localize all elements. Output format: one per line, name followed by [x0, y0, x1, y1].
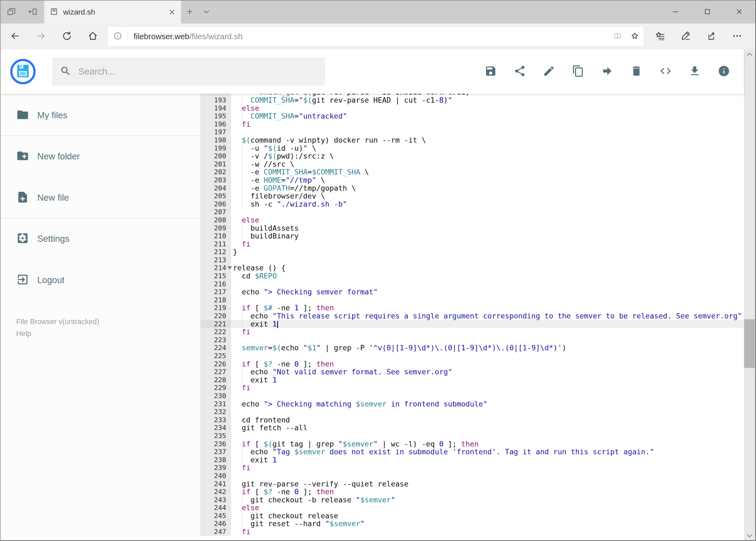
- code-editor[interactable]: which_git=$(git rev-parse --is-inside-wo…: [200, 94, 744, 541]
- code-line-201[interactable]: 201 -w //src \: [200, 160, 744, 168]
- code-line-content[interactable]: else: [231, 504, 744, 512]
- code-line-247[interactable]: 247 fi: [200, 528, 744, 536]
- code-line-content[interactable]: cd $REPO: [231, 272, 744, 280]
- code-line-content[interactable]: fi: [231, 328, 744, 336]
- line-number[interactable]: 243: [200, 496, 231, 504]
- code-line-195[interactable]: 195 COMMIT_SHA="untracked": [200, 112, 744, 120]
- line-number[interactable]: 196: [200, 120, 231, 128]
- line-number[interactable]: 246: [200, 520, 231, 528]
- line-number[interactable]: 237: [200, 448, 231, 456]
- code-line-content[interactable]: [231, 296, 744, 304]
- source-view-button[interactable]: [651, 57, 680, 86]
- code-line-220[interactable]: 220 echo "This release script requires a…: [200, 312, 744, 320]
- sidebar-item-settings[interactable]: Settings: [1, 229, 200, 249]
- line-number[interactable]: [200, 94, 231, 96]
- line-number[interactable]: 214: [200, 264, 231, 272]
- code-line-content[interactable]: exit 1: [231, 320, 744, 328]
- code-line-content[interactable]: fi: [231, 384, 744, 392]
- code-line-205[interactable]: 205 filebrowser/dev \: [200, 192, 744, 200]
- search-input[interactable]: [78, 66, 317, 77]
- code-line-content[interactable]: else: [231, 104, 744, 112]
- code-line-214[interactable]: 214release () {: [200, 264, 744, 272]
- sidebar-item-my-files[interactable]: My files: [1, 105, 200, 126]
- code-line-content[interactable]: echo "This release script requires a sin…: [231, 312, 744, 320]
- code-line-212[interactable]: 212}: [200, 248, 744, 256]
- code-line-236[interactable]: 236 if [ $(git tag | grep "$semver" | wc…: [200, 440, 744, 448]
- tab-close-button[interactable]: [168, 8, 176, 16]
- code-line-content[interactable]: if [ $(git tag | grep "$semver" | wc -l)…: [231, 440, 744, 448]
- code-line-240[interactable]: 240: [200, 472, 744, 480]
- line-number[interactable]: 240: [200, 472, 231, 480]
- line-number[interactable]: 219: [200, 304, 231, 312]
- code-line-content[interactable]: [231, 432, 744, 440]
- code-line-content[interactable]: [231, 392, 744, 400]
- code-line-198[interactable]: 198 $(command -v winpty) docker run --rm…: [200, 136, 744, 144]
- code-line-content[interactable]: release () {: [231, 264, 744, 272]
- line-number[interactable]: 207: [200, 208, 231, 216]
- code-line-content[interactable]: fi: [231, 120, 744, 128]
- line-number[interactable]: 238: [200, 456, 231, 464]
- line-number[interactable]: 197: [200, 128, 231, 136]
- line-number[interactable]: 225: [200, 352, 231, 360]
- window-maximize-button[interactable]: [691, 1, 723, 24]
- code-line-content[interactable]: git checkout release: [231, 512, 744, 520]
- code-line-content[interactable]: [231, 472, 744, 480]
- move-button[interactable]: [593, 57, 622, 86]
- code-line-content[interactable]: git rev-parse --verify --quiet release: [231, 480, 744, 488]
- share-page-button[interactable]: [698, 24, 724, 49]
- info-button[interactable]: [709, 57, 738, 86]
- help-link[interactable]: Help: [16, 327, 31, 339]
- code-line-237[interactable]: 237 echo "Tag $semver does not exist in …: [200, 448, 744, 456]
- code-line-227[interactable]: 227 echo "Not valid semver format. See s…: [200, 368, 744, 376]
- search-bar[interactable]: [52, 58, 325, 86]
- line-number[interactable]: 247: [200, 528, 231, 536]
- code-line-219[interactable]: 219 if [ $# -ne 1 ]; then: [200, 304, 744, 312]
- line-number[interactable]: 245: [200, 512, 231, 520]
- line-number[interactable]: 206: [200, 200, 231, 208]
- code-line-206[interactable]: 206 sh -c "./wizard.sh -b": [200, 200, 744, 208]
- download-button[interactable]: [680, 57, 709, 86]
- line-number[interactable]: 244: [200, 504, 231, 512]
- tab-preview-button[interactable]: [1, 1, 22, 24]
- code-line-content[interactable]: -e HOME="//tmp" \: [231, 176, 744, 184]
- back-button[interactable]: [2, 24, 28, 49]
- code-line-207[interactable]: 207: [200, 208, 744, 216]
- line-number[interactable]: 212: [200, 248, 231, 256]
- code-line-content[interactable]: fi: [231, 528, 744, 536]
- line-number[interactable]: 213: [200, 256, 231, 264]
- code-line-232[interactable]: 232: [200, 408, 744, 416]
- code-line-content[interactable]: [231, 208, 744, 216]
- code-line-241[interactable]: 241 git rev-parse --verify --quiet relea…: [200, 480, 744, 488]
- code-line-content[interactable]: echo "Not valid semver format. See semve…: [231, 368, 744, 376]
- line-number[interactable]: 199: [200, 144, 231, 152]
- code-line-223[interactable]: 223: [200, 336, 744, 344]
- code-line-230[interactable]: 230: [200, 392, 744, 400]
- code-line-245[interactable]: 245 git checkout release: [200, 512, 744, 520]
- line-number[interactable]: 218: [200, 296, 231, 304]
- line-number[interactable]: 204: [200, 184, 231, 192]
- code-line-content[interactable]: COMMIT_SHA="untracked": [231, 112, 744, 120]
- line-number[interactable]: 201: [200, 160, 231, 168]
- url-text[interactable]: filebrowser.web/files/wizard.sh: [133, 32, 609, 41]
- code-line-content[interactable]: buildAssets: [231, 224, 744, 232]
- code-line-234[interactable]: 234 git fetch --all: [200, 424, 744, 432]
- line-number[interactable]: 193: [200, 96, 231, 104]
- code-line-242[interactable]: 242 if [ $? -ne 0 ]; then: [200, 488, 744, 496]
- rename-button[interactable]: [534, 57, 564, 86]
- page-scrollbar[interactable]: [744, 49, 755, 541]
- code-line-196[interactable]: 196 fi: [200, 120, 744, 128]
- line-number[interactable]: 221: [200, 320, 231, 328]
- code-line-content[interactable]: git checkout -b release "$semver": [231, 496, 744, 504]
- sidebar-item-new-folder[interactable]: New folder: [1, 146, 200, 167]
- line-number[interactable]: 217: [200, 288, 231, 296]
- code-line-content[interactable]: echo "> Checking matching $semver in fro…: [231, 400, 744, 408]
- filebrowser-logo[interactable]: [10, 59, 36, 84]
- code-line-225[interactable]: 225: [200, 352, 744, 360]
- code-line-content[interactable]: [231, 408, 744, 416]
- code-line-content[interactable]: fi: [231, 464, 744, 472]
- line-number[interactable]: 224: [200, 344, 231, 352]
- line-number[interactable]: 239: [200, 464, 231, 472]
- tabs-dropdown-button[interactable]: [198, 1, 215, 24]
- line-number[interactable]: 210: [200, 232, 231, 240]
- line-number[interactable]: 216: [200, 280, 231, 288]
